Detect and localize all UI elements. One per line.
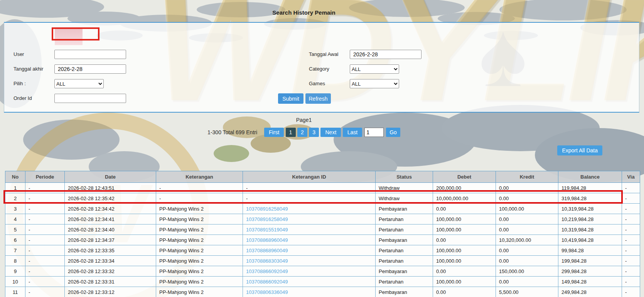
cell-via: - [622, 277, 640, 287]
cell-keterangan-id: 103708868960049 [243, 245, 376, 256]
field-label-tanggal-akhir: Tanggal akhir [13, 66, 43, 72]
cell-periode: - [25, 183, 65, 193]
page-button-3[interactable]: 3 [309, 128, 319, 137]
table-row: 6-2026-02-28 12:34:37PP-Mahjong Wins 210… [5, 235, 640, 245]
cell-no: 3 [5, 204, 25, 214]
keterangan-id-link[interactable]: 103708868960049 [246, 237, 288, 243]
cell-kredit: 5,500.00 [496, 287, 558, 297]
page-button-2[interactable]: 2 [297, 128, 307, 137]
column-header-status: Status [376, 171, 433, 183]
cell-status: Pertaruhan [376, 245, 433, 256]
cell-status: Pembayaran [376, 204, 433, 214]
cell-balance: 199,984.28 [558, 256, 622, 266]
table-row: 10-2026-02-28 12:33:31PP-Mahjong Wins 21… [5, 277, 640, 287]
cell-keterangan-id: 103708868960049 [243, 235, 376, 245]
table-row: 9-2026-02-28 12:33:32PP-Mahjong Wins 210… [5, 266, 640, 277]
cell-debet: 0.00 [433, 204, 496, 214]
page-button-last[interactable]: Last [343, 128, 362, 137]
cell-date: 2026-02-28 12:33:35 [65, 245, 156, 256]
cell-kredit: 0.00 [496, 277, 558, 287]
cell-kredit: 100,000.00 [496, 204, 558, 214]
cell-date: 2026-02-28 12:34:37 [65, 235, 156, 245]
cell-debet: 100,000.00 [433, 245, 496, 256]
column-header-keterangan-id: Keterangan ID [243, 171, 376, 183]
keterangan-id-link[interactable]: 103708868303049 [246, 258, 288, 264]
cell-balance: 99,984.28 [558, 245, 622, 256]
cell-keterangan-id: 103708916258049 [243, 204, 376, 214]
cell-status: Pembayaran [376, 287, 433, 297]
cell-debet: 200,000.00 [433, 183, 496, 193]
cell-debet: 100,000.00 [433, 214, 496, 224]
page-button-first[interactable]: First [264, 128, 284, 137]
cell-balance: 10,319,984.28 [558, 224, 622, 235]
cell-keterangan-id: 103708806336049 [243, 287, 376, 297]
field-order-id-input[interactable] [54, 94, 126, 103]
field-tanggal-awal-input[interactable] [350, 50, 421, 59]
keterangan-id-link[interactable]: 103708916258049 [246, 206, 288, 212]
cell-via: - [622, 224, 640, 235]
table-row: 7-2026-02-28 12:33:35PP-Mahjong Wins 210… [5, 245, 640, 256]
go-button[interactable]: Go [386, 128, 400, 137]
cell-date: 2026-02-28 12:33:32 [65, 266, 156, 277]
form-field-row-category: CategoryALL [309, 64, 471, 74]
cell-via: - [622, 183, 640, 193]
cell-via: - [622, 214, 640, 224]
table-row: 8-2026-02-28 12:33:34PP-Mahjong Wins 210… [5, 256, 640, 266]
cell-via: - [622, 256, 640, 266]
refresh-button[interactable]: Refresh [305, 93, 331, 104]
cell-balance: 299,984.28 [558, 266, 622, 277]
column-header-balance: Balance [558, 171, 622, 183]
cell-date: 2026-02-28 12:43:51 [65, 183, 156, 193]
keterangan-id-link[interactable]: 103708866092049 [246, 268, 288, 274]
table-row: 2-2026-02-28 12:35:42--Withdraw10,000,00… [5, 193, 640, 204]
cell-keterangan: PP-Mahjong Wins 2 [156, 204, 243, 214]
cell-balance: 119,984.28 [558, 183, 622, 193]
cell-no: 6 [5, 235, 25, 245]
cell-debet: 100,000.00 [433, 224, 496, 235]
page-button-1[interactable]: 1 [286, 128, 296, 137]
form-field-row-user: User [13, 50, 175, 60]
cell-balance: 249,984.28 [558, 287, 622, 297]
form-field-row-games: GamesALL [309, 79, 471, 89]
cell-debet: 100,000.00 [433, 256, 496, 266]
field-category-select[interactable]: ALL [350, 64, 399, 74]
column-header-periode: Periode [25, 171, 65, 183]
cell-periode: - [25, 245, 65, 256]
cell-date: 2026-02-28 12:33:34 [65, 256, 156, 266]
cell-keterangan: PP-Mahjong Wins 2 [156, 277, 243, 287]
export-all-data-button[interactable]: Export All Data [557, 145, 602, 155]
cell-periode: - [25, 277, 65, 287]
cell-no: 5 [5, 224, 25, 235]
keterangan-id-link[interactable]: 103708915519049 [246, 227, 288, 233]
cell-keterangan: PP-Mahjong Wins 2 [156, 266, 243, 277]
page-title: Search History Pemain [0, 9, 608, 16]
page-button-next[interactable]: Next [320, 128, 341, 137]
cell-date: 2026-02-28 12:34:41 [65, 214, 156, 224]
cell-kredit: 0.00 [496, 183, 558, 193]
column-header-no: No [5, 171, 25, 183]
keterangan-id-link[interactable]: 103708866092049 [246, 279, 288, 285]
goto-page-input[interactable] [364, 128, 384, 137]
field-tanggal-akhir-input[interactable] [54, 64, 126, 74]
field-label-tanggal-awal: Tanggal Awal [309, 51, 338, 57]
cell-periode: - [25, 214, 65, 224]
cell-via: - [622, 204, 640, 214]
keterangan-id-link[interactable]: 103708916258049 [246, 216, 288, 222]
cell-debet: 0.00 [433, 266, 496, 277]
cell-via: - [622, 266, 640, 277]
field-games-select[interactable]: ALL [350, 79, 399, 88]
cell-date: 2026-02-28 12:34:40 [65, 224, 156, 235]
result-range-label: 1-300 Total 699 Entri [207, 129, 257, 135]
submit-button[interactable]: Submit [278, 93, 303, 104]
table-row: 1-2026-02-28 12:43:51--Withdraw200,000.0… [5, 183, 640, 193]
cell-keterangan: PP-Mahjong Wins 2 [156, 287, 243, 297]
user-field-annotation-box [52, 27, 99, 40]
form-field-row-pilih: Pilih :ALL [13, 79, 175, 89]
field-user-input[interactable] [54, 50, 126, 59]
field-pilih-select[interactable]: ALL [54, 79, 104, 88]
field-label-category: Category [309, 66, 329, 72]
keterangan-id-link[interactable]: 103708868960049 [246, 248, 288, 253]
keterangan-id-link[interactable]: 103708806336049 [246, 289, 288, 295]
column-header-via: Via [622, 171, 640, 183]
cell-keterangan: PP-Mahjong Wins 2 [156, 235, 243, 245]
